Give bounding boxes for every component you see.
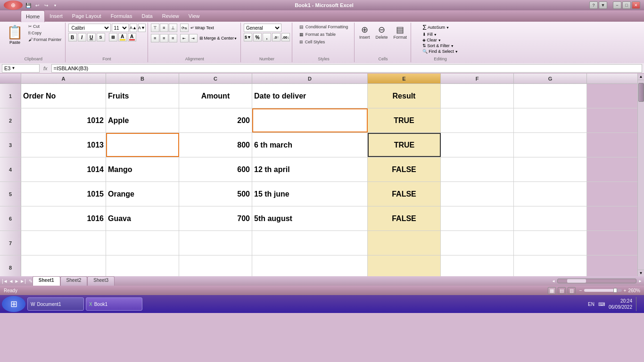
bold-button[interactable]: B (68, 33, 77, 41)
cell-g2[interactable] (514, 108, 587, 132)
cell-g4[interactable] (514, 157, 587, 181)
increase-font-button[interactable]: A▲ (130, 24, 137, 32)
start-button[interactable]: ⊞ (2, 296, 25, 312)
cell-d2[interactable] (252, 108, 368, 132)
qa-more-icon[interactable]: ▼ (51, 1, 59, 9)
page-break-view-button[interactable]: ▥ (568, 287, 576, 294)
cell-f4[interactable] (441, 157, 514, 181)
align-left-button[interactable]: ≡ (151, 34, 159, 42)
cell-f2[interactable] (441, 108, 514, 132)
cell-d7[interactable] (252, 231, 368, 255)
cell-g8[interactable] (514, 255, 587, 276)
font-size-select[interactable]: 11 (112, 24, 129, 32)
row-header-7[interactable]: 7 (0, 231, 21, 255)
cell-e1[interactable]: Result (368, 84, 441, 108)
minimize-button[interactable]: − (613, 1, 621, 9)
format-cells-button[interactable]: ▤ Format (392, 24, 409, 41)
comma-button[interactable]: , (263, 33, 271, 41)
copy-button[interactable]: ⎘ Copy (27, 30, 63, 36)
cell-d8[interactable] (252, 255, 368, 276)
cell-c2[interactable]: 200 (179, 108, 252, 132)
cell-c1[interactable]: Amount (179, 84, 252, 108)
h-scroll-thumb[interactable] (567, 279, 586, 283)
autosum-button[interactable]: Σ AutoSum ▼ (422, 24, 458, 31)
scroll-left-button[interactable]: ◄ (550, 279, 557, 283)
insert-cells-button[interactable]: ⊕ Insert (357, 24, 372, 41)
increase-indent-button[interactable]: ⇥ (189, 34, 198, 42)
redo-quick-icon[interactable]: ↪ (42, 1, 50, 9)
cell-a5[interactable]: 1015 (21, 182, 106, 206)
scroll-down-button[interactable]: ▼ (638, 270, 644, 276)
row-header-5[interactable]: 5 (0, 182, 21, 206)
new-sheet-btn[interactable]: ✎ (29, 279, 33, 284)
format-as-table-button[interactable]: ▦ Format as Table (297, 31, 350, 38)
taskbar-excel[interactable]: X Book1 (86, 297, 142, 311)
percent-button[interactable]: % (253, 33, 262, 41)
decrease-font-button[interactable]: A▼ (138, 24, 146, 32)
sheet-nav-buttons[interactable]: |◄ ◄ ► ►| ✎ (0, 276, 33, 286)
row-header-2[interactable]: 2 (0, 108, 21, 132)
font-name-select[interactable]: Calibri (68, 24, 111, 32)
paste-button[interactable]: 📋 Paste (4, 24, 26, 46)
scroll-thumb[interactable] (638, 83, 644, 102)
row-header-6[interactable]: 6 (0, 206, 21, 230)
undo-quick-icon[interactable]: ↩ (33, 1, 41, 9)
col-header-b[interactable]: B (106, 74, 179, 83)
col-header-d[interactable]: D (252, 74, 368, 83)
taskbar-word[interactable]: W Document1 (27, 297, 84, 311)
col-header-c[interactable]: C (179, 74, 252, 83)
col-header-g[interactable]: G (514, 74, 587, 83)
delete-cells-button[interactable]: ⊖ Delete (374, 24, 390, 41)
cell-e6[interactable]: FALSE (368, 206, 441, 230)
office-button[interactable]: ⊕ (4, 0, 23, 10)
vertical-scrollbar[interactable]: ▲ ▼ (637, 74, 644, 276)
fill-color-button[interactable]: A (118, 33, 127, 41)
align-center-button[interactable]: ≡ (160, 34, 168, 42)
save-quick-icon[interactable]: 💾 (25, 1, 32, 9)
merge-center-button[interactable]: ⊞ Merge & Center ▼ (198, 34, 239, 42)
cell-e4[interactable]: FALSE (368, 157, 441, 181)
horizontal-scrollbar[interactable]: ◄ ► (550, 276, 644, 286)
cell-ref-dropdown[interactable]: ▼ (11, 66, 15, 70)
cell-f3[interactable] (441, 133, 514, 157)
align-middle-button[interactable]: ≡ (160, 24, 168, 32)
strikethrough-button[interactable]: S (97, 33, 105, 41)
sheet-tab-1[interactable]: Sheet1 (33, 276, 60, 286)
col-header-f[interactable]: F (441, 74, 514, 83)
sheet-tab-2[interactable]: Sheet2 (60, 276, 88, 286)
cell-b7[interactable] (106, 231, 179, 255)
font-color-button[interactable]: A (128, 33, 136, 41)
cell-d1[interactable]: Date to deliver (252, 84, 368, 108)
cell-a8[interactable] (21, 255, 106, 276)
cell-e8[interactable] (368, 255, 441, 276)
cell-b3[interactable] (106, 133, 179, 157)
zoom-in-button[interactable]: + (624, 288, 627, 293)
find-select-button[interactable]: 🔍 Find & Select ▼ (422, 49, 458, 54)
cell-d5[interactable]: 15 th june (252, 182, 368, 206)
wrap-text-button[interactable]: ↵ Wrap Text (189, 24, 215, 32)
cell-g7[interactable] (514, 231, 587, 255)
cell-f6[interactable] (441, 206, 514, 230)
align-bottom-button[interactable]: ⊥ (169, 24, 177, 32)
prev-sheet-btn[interactable]: ◄ (9, 279, 14, 284)
cell-b5[interactable]: Orange (106, 182, 179, 206)
format-painter-button[interactable]: 🖌 Format Painter (27, 37, 63, 42)
tab-review[interactable]: Review (157, 10, 184, 22)
cell-b8[interactable] (106, 255, 179, 276)
cell-e5[interactable]: FALSE (368, 182, 441, 206)
cell-b6[interactable]: Guava (106, 206, 179, 230)
cell-g1[interactable] (514, 84, 587, 108)
tab-data[interactable]: Data (137, 10, 157, 22)
align-top-button[interactable]: ⊤ (151, 24, 159, 32)
close-button[interactable]: ✕ (632, 1, 640, 9)
cell-c4[interactable]: 600 (179, 157, 252, 181)
row-header-4[interactable]: 4 (0, 157, 21, 181)
cell-e2[interactable]: TRUE (368, 108, 441, 132)
tab-view[interactable]: View (184, 10, 205, 22)
help-button[interactable]: ? (589, 1, 598, 9)
cell-styles-button[interactable]: ⊞ Cell Styles (297, 39, 350, 45)
ribbon-toggle[interactable]: ▼ (599, 1, 607, 9)
col-header-e[interactable]: E (368, 74, 441, 83)
maximize-button[interactable]: □ (622, 1, 631, 9)
corner-cell[interactable] (0, 74, 21, 83)
